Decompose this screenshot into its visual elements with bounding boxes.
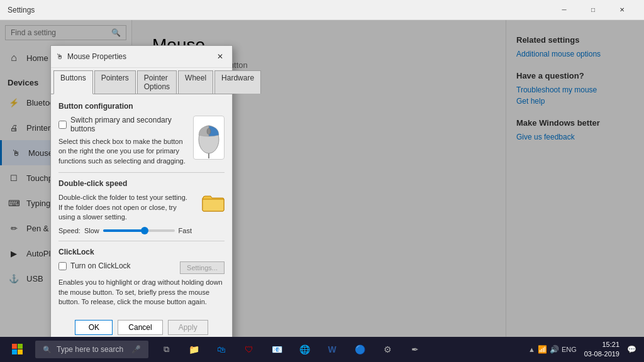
dialog-content: Button configuration Switch primary and …	[51, 94, 232, 315]
svg-rect-7	[18, 349, 23, 354]
mouse-image	[193, 116, 225, 160]
switch-buttons-checkbox[interactable]	[58, 121, 67, 129]
volume-icon[interactable]: 🔊	[550, 345, 559, 354]
date-display: 03-08-2019	[584, 349, 619, 359]
dialog-title-bar: 🖱 Mouse Properties ✕	[51, 46, 232, 68]
ok-button[interactable]: OK	[75, 320, 113, 335]
clicklock-text: Enables you to highlight or drag without…	[58, 278, 225, 307]
speed-slider-row: Speed: Slow Fast	[58, 227, 192, 234]
time-display: 15:21	[584, 340, 619, 349]
tab-pointer-options[interactable]: Pointer Options	[137, 70, 177, 94]
switch-buttons-label: Switch primary and secondary buttons	[70, 116, 188, 133]
start-button[interactable]	[3, 337, 33, 362]
mic-icon: 🎤	[131, 345, 141, 354]
store-icon[interactable]: 🛍	[209, 337, 234, 362]
language-label: ENG	[562, 346, 577, 353]
switch-buttons-row: Switch primary and secondary buttons	[58, 116, 188, 133]
file-explorer-icon[interactable]: 📁	[181, 337, 206, 362]
divider2	[58, 241, 225, 241]
dialog-icon: 🖱	[56, 52, 64, 61]
speed-slider-track[interactable]	[103, 229, 175, 232]
maximize-button[interactable]: □	[579, 0, 608, 20]
double-click-row: Double-click the folder to test your set…	[58, 193, 225, 234]
double-click-text: Double-click the folder to test your set…	[58, 193, 192, 222]
window-controls: ─ □ ✕	[550, 0, 636, 20]
tab-buttons[interactable]: Buttons	[53, 70, 93, 94]
title-bar: Settings ─ □ ✕	[0, 0, 644, 20]
clicklock-title: ClickLock	[58, 248, 225, 256]
clicklock-settings-button[interactable]: Settings...	[180, 261, 225, 274]
cancel-button[interactable]: Cancel	[118, 320, 162, 335]
slider-fill	[103, 229, 143, 232]
antivirus-icon[interactable]: 🛡	[236, 337, 262, 362]
mouse-properties-dialog: 🖱 Mouse Properties ✕ Buttons Pointers Po…	[50, 45, 233, 343]
task-view-button[interactable]: ⧉	[153, 337, 179, 362]
app-title: Settings	[8, 6, 35, 14]
modal-overlay: 🖱 Mouse Properties ✕ Buttons Pointers Po…	[0, 20, 644, 337]
button-config-text: Select this check box to make the button…	[58, 137, 188, 166]
pen-taskbar-icon[interactable]: ✒	[402, 337, 428, 362]
svg-rect-5	[18, 344, 23, 349]
close-button[interactable]: ✕	[608, 0, 636, 20]
chrome-icon[interactable]: 🔵	[347, 337, 372, 362]
dialog-close-button[interactable]: ✕	[213, 50, 227, 63]
edge-icon[interactable]: 🌐	[292, 337, 317, 362]
windows-logo-icon	[12, 344, 23, 355]
settings-icon[interactable]: ⚙	[375, 337, 400, 362]
tab-hardware[interactable]: Hardware	[214, 70, 261, 94]
dialog-tabs: Buttons Pointers Pointer Options Wheel H…	[51, 68, 232, 94]
svg-rect-6	[12, 349, 17, 354]
svg-rect-4	[12, 344, 17, 349]
taskbar-search-text: Type here to search	[57, 345, 123, 354]
mouse-svg	[195, 118, 223, 158]
clicklock-row: Turn on ClickLock Settings...	[58, 261, 225, 274]
taskbar: 🔍 Type here to search 🎤 ⧉ 📁 🛍 🛡 📧 🌐 W 🔵 …	[0, 337, 644, 362]
slider-thumb[interactable]	[141, 227, 148, 234]
tab-pointers[interactable]: Pointers	[94, 70, 136, 94]
slow-label: Slow	[84, 227, 99, 234]
fast-label: Fast	[179, 227, 192, 234]
taskbar-pinned-apps: ⧉ 📁 🛍 🛡 📧 🌐 W 🔵 ⚙ ✒	[153, 337, 428, 362]
button-config-row: Switch primary and secondary buttons Sel…	[58, 116, 225, 166]
folder-test-area[interactable]	[202, 193, 225, 212]
divider1	[58, 172, 225, 173]
up-arrow-icon[interactable]: ▲	[528, 346, 535, 353]
double-click-title: Double-click speed	[58, 179, 225, 188]
network-icon[interactable]: 📶	[538, 345, 547, 354]
clicklock-checkbox-row: Turn on ClickLock	[58, 261, 131, 270]
apply-button[interactable]: Apply	[168, 320, 208, 335]
minimize-button[interactable]: ─	[550, 0, 579, 20]
search-icon: 🔍	[43, 346, 52, 354]
taskbar-tray: ▲ 📶 🔊 ENG 15:21 03-08-2019 💬	[523, 337, 641, 362]
clicklock-checkbox[interactable]	[58, 262, 67, 270]
word-icon[interactable]: W	[319, 337, 345, 362]
dialog-title: 🖱 Mouse Properties	[56, 52, 126, 61]
taskbar-search[interactable]: 🔍 Type here to search 🎤	[35, 341, 148, 358]
mail-icon[interactable]: 📧	[264, 337, 289, 362]
folder-icon	[202, 193, 225, 212]
notification-icon[interactable]: 💬	[627, 345, 636, 354]
slider-label: Speed:	[58, 227, 80, 234]
button-config-title: Button configuration	[58, 102, 225, 111]
clicklock-label: Turn on ClickLock	[70, 261, 131, 270]
taskbar-clock[interactable]: 15:21 03-08-2019	[579, 340, 625, 359]
tab-wheel[interactable]: Wheel	[178, 70, 213, 94]
